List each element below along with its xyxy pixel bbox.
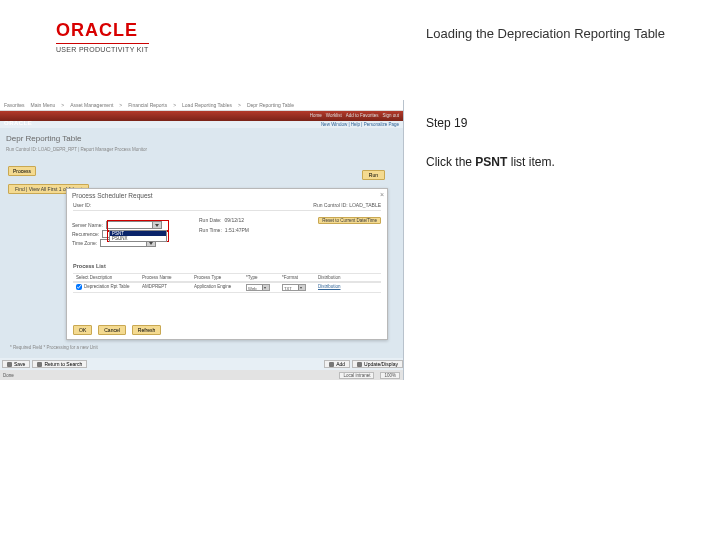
process-button[interactable]: Process: [8, 166, 36, 176]
home-link[interactable]: Home: [310, 111, 322, 121]
add-button[interactable]: Add: [324, 360, 350, 368]
favorites-link[interactable]: Add to Favorites: [346, 111, 379, 121]
run-time-value: 1:51:47PM: [225, 227, 249, 233]
oracle-wordmark: ORACLE: [56, 20, 149, 41]
row-process-type: Application Engine: [191, 282, 243, 293]
instruction-prefix: Click the: [426, 155, 475, 169]
page-title: Depr Reporting Table: [6, 134, 397, 143]
chevron-down-icon: [262, 285, 269, 290]
chevron-down-icon: [298, 285, 305, 290]
save-button[interactable]: Save: [2, 360, 30, 368]
breadcrumb-item[interactable]: Asset Management: [70, 102, 113, 108]
topic-title: Loading the Depreciation Reporting Table: [426, 26, 665, 41]
page-action-row: Save Return to Search Add Update/Display: [0, 358, 403, 370]
subheader-links[interactable]: New Window | Help | Personalize Page: [0, 121, 403, 128]
col-select-desc: Select Description: [73, 273, 139, 282]
required-field-note: * Required Field * Processing for a new …: [10, 344, 98, 351]
process-list-heading: Process List: [73, 263, 106, 269]
table-row: Depreciation Rpt Table AMDPREPT Applicat…: [73, 282, 381, 293]
run-button[interactable]: Run: [362, 170, 385, 180]
time-zone-label: Time Zone:: [72, 240, 97, 246]
breadcrumb-item[interactable]: Financial Reports: [128, 102, 167, 108]
status-done: Done: [3, 373, 14, 378]
col-process-type: Process Type: [191, 273, 243, 282]
row-select-checkbox[interactable]: [76, 284, 82, 290]
update-display-button[interactable]: Update/Display: [352, 360, 403, 368]
return-search-button[interactable]: Return to Search: [32, 360, 87, 368]
close-icon[interactable]: ×: [380, 191, 384, 198]
col-type: *Type: [243, 273, 279, 282]
logo-subtitle: USER PRODUCTIVITY KIT: [56, 43, 149, 53]
row-type-select[interactable]: Web: [246, 284, 270, 291]
worklist-link[interactable]: Worklist: [326, 111, 342, 121]
reset-datetime-button[interactable]: Reset to Current Date/Time: [318, 217, 381, 224]
browser-status-bar: Done Local intranet 100%: [0, 370, 403, 380]
modal-title: Process Scheduler Request: [67, 189, 387, 201]
row-distribution-link[interactable]: Distribution: [315, 282, 381, 293]
run-control-value: Run Control ID: LOAD_TABLE: [313, 202, 381, 208]
page-body: Depr Reporting Table Run Control ID: LOA…: [0, 128, 403, 366]
row-format-select[interactable]: TXT: [282, 284, 306, 291]
row-process-name: AMDPREPT: [139, 282, 191, 293]
breadcrumb-item[interactable]: Depr Reporting Table: [247, 102, 294, 108]
breadcrumb-menu: Favorites Main Menu > Asset Management >…: [0, 100, 403, 111]
process-scheduler-modal: Process Scheduler Request × User ID: Run…: [66, 188, 388, 340]
col-process-name: Process Name: [139, 273, 191, 282]
status-zone: Local intranet: [339, 372, 374, 379]
breadcrumb-item[interactable]: Main Menu: [31, 102, 56, 108]
save-icon: [7, 362, 12, 367]
run-date-value: 09/12/12: [225, 217, 244, 224]
signout-link[interactable]: Sign out: [382, 111, 399, 121]
server-name-select[interactable]: [106, 221, 162, 229]
col-format: *Format: [279, 273, 315, 282]
instruction-suffix: list item.: [507, 155, 554, 169]
return-icon: [37, 362, 42, 367]
app-screenshot: Favorites Main Menu > Asset Management >…: [0, 100, 404, 380]
run-time-label: Run Time:: [199, 227, 222, 233]
runctl-info: Run Control ID: LOAD_DEPR_RPT | Report M…: [6, 147, 397, 152]
refresh-button[interactable]: Refresh: [132, 325, 162, 335]
app-header-bar: ORACLE Home Worklist Add to Favorites Si…: [0, 111, 403, 121]
server-name-listbox[interactable]: PSNT PSUNX: [109, 230, 167, 242]
step-instruction: Click the PSNT list item.: [426, 155, 555, 169]
instruction-target: PSNT: [475, 155, 507, 169]
run-date-label: Run Date:: [199, 217, 222, 224]
app-brand: ORACLE: [0, 120, 32, 126]
status-zoom: 100%: [380, 372, 400, 379]
step-label: Step 19: [426, 116, 467, 130]
chevron-down-icon: [152, 222, 161, 228]
user-id-label: User ID:: [73, 202, 91, 208]
run-date-time-row: Run Date:09/12/12 Reset to Current Date/…: [199, 217, 381, 224]
update-icon: [357, 362, 362, 367]
row-description: Depreciation Rpt Table: [84, 284, 129, 289]
server-option-psunx[interactable]: PSUNX: [110, 236, 166, 241]
breadcrumb-item[interactable]: Load Reporting Tables: [182, 102, 232, 108]
breadcrumb-item[interactable]: Favorites: [4, 102, 25, 108]
server-name-label: Server Name:: [72, 222, 103, 228]
add-icon: [329, 362, 334, 367]
cancel-button[interactable]: Cancel: [98, 325, 126, 335]
recurrence-label: Recurrence:: [72, 231, 99, 237]
oracle-logo: ORACLE USER PRODUCTIVITY KIT: [56, 20, 149, 53]
process-list-table: Select Description Process Name Process …: [73, 273, 381, 293]
col-distribution: Distribution: [315, 273, 381, 282]
ok-button[interactable]: OK: [73, 325, 92, 335]
